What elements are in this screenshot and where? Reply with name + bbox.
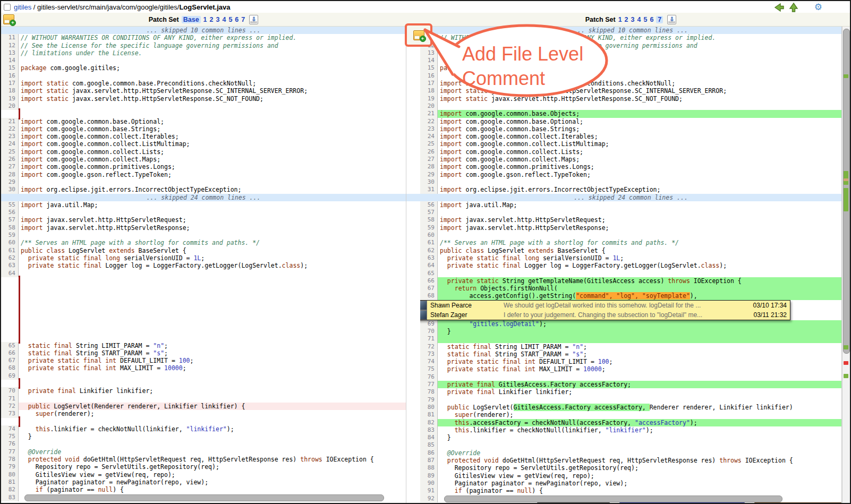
code-text[interactable]	[438, 102, 841, 110]
patch-set-link-4[interactable]: 4	[222, 16, 226, 23]
code-text[interactable]: static final String START_PARAM = "s";	[19, 349, 406, 357]
prev-file-arrow-icon[interactable]	[774, 3, 785, 12]
skipped-lines-banner[interactable]: ... skipped 24 common lines ...	[1, 194, 406, 201]
code-text[interactable]: super(renderer);	[438, 411, 841, 418]
add-file-comment-icon-right[interactable]	[413, 30, 424, 40]
code-text[interactable]: import com.google.common.base.Strings;	[19, 125, 406, 133]
code-text[interactable]	[438, 209, 841, 216]
patch-set-link-3[interactable]: 3	[216, 16, 220, 23]
code-text[interactable]: private final Linkifier linkifier;	[19, 387, 406, 395]
code-text[interactable]: GitilesView view = getView(req, repo);	[19, 471, 406, 479]
code-text[interactable]: // limitations under the License.	[438, 49, 841, 57]
patch-set-link-2[interactable]: 2	[210, 16, 214, 23]
code-text[interactable]: static final String LIMIT_PARAM = "n";	[438, 343, 841, 351]
code-text[interactable]: import javax.servlet.http.HttpServletRes…	[19, 224, 406, 232]
code-text[interactable]: private static final Logger log = Logger…	[438, 262, 841, 269]
horizontal-scrollbar-thumb[interactable]	[444, 496, 782, 502]
code-text[interactable]: import javax.servlet.http.HttpServletReq…	[438, 216, 841, 224]
code-text[interactable]: // WITHOUT WARRANTIES OR CONDITIONS OF A…	[19, 34, 406, 41]
code-text[interactable]: protected void doGetHtml(HttpServletRequ…	[19, 456, 406, 463]
code-text[interactable]: if (paginator == null) {	[19, 486, 406, 493]
file-select-checkbox[interactable]	[4, 4, 11, 11]
code-text[interactable]: }	[19, 433, 406, 440]
download-patch-icon[interactable]: ⇩	[249, 15, 258, 24]
code-text[interactable]	[438, 72, 841, 80]
code-text[interactable]: private static final int MAX_LIMIT = 100…	[438, 365, 841, 373]
patch-set-link-4[interactable]: 4	[637, 16, 641, 23]
inline-comment-thread[interactable]: Shawn PearceWe should get logDetail work…	[420, 300, 790, 320]
code-text[interactable]: GitilesView view = getView(req, repo);	[438, 472, 841, 480]
code-text[interactable]	[438, 373, 841, 381]
code-text[interactable]: import org.eclipse.jgit.errors.Incorrect…	[19, 186, 406, 193]
code-text[interactable]: import static com.google.common.base.Pre…	[438, 80, 841, 87]
code-text[interactable]: private static final int DEFAULT_LIMIT =…	[438, 358, 841, 365]
code-text[interactable]	[438, 270, 841, 277]
code-text[interactable]: private static final long serialVersionU…	[19, 254, 406, 262]
code-text[interactable]: import static javax.servlet.http.HttpSer…	[19, 87, 406, 95]
code-text[interactable]	[438, 335, 841, 343]
patch-set-link-1[interactable]: 1	[203, 16, 207, 23]
code-text[interactable]: private final Linkifier linkifier;	[438, 388, 841, 396]
code-text[interactable]: @Override	[438, 449, 841, 457]
up-to-change-arrow-icon[interactable]	[789, 2, 798, 13]
code-text[interactable]: private static String getTemplateName(Gi…	[438, 277, 841, 285]
code-text[interactable]	[438, 178, 841, 186]
code-text[interactable]	[438, 57, 841, 64]
code-text[interactable]: public class LogServlet extends BaseServ…	[19, 247, 406, 254]
skipped-lines-banner[interactable]: ... skipped 10 common lines ...	[1, 27, 406, 34]
code-text[interactable]: import com.google.common.collect.Iterabl…	[19, 133, 406, 140]
code-text[interactable]: package com.google.gitiles;	[19, 64, 406, 72]
settings-gear-icon[interactable]: ⚙	[814, 3, 822, 12]
breadcrumb-repo-link[interactable]: gitiles	[14, 3, 31, 11]
code-text[interactable]	[19, 232, 406, 239]
patch-set-link-2[interactable]: 2	[625, 16, 628, 23]
code-text[interactable]: super(renderer);	[19, 410, 406, 417]
patch-set-link-7[interactable]: 7	[241, 16, 245, 23]
code-text[interactable]: import com.google.common.collect.Lists;	[19, 148, 406, 156]
code-text[interactable]	[19, 440, 406, 448]
code-text[interactable]: import com.google.common.primitives.Long…	[19, 163, 406, 170]
code-text[interactable]: import com.google.common.base.Objects;	[438, 110, 841, 117]
patch-set-link-5[interactable]: 5	[643, 16, 647, 23]
code-text[interactable]: }	[438, 328, 841, 335]
code-text[interactable]: import static javax.servlet.http.HttpSer…	[438, 95, 841, 102]
code-text[interactable]	[438, 441, 841, 449]
code-text[interactable]: this.linkifier = checkNotNull(linkifier,…	[438, 426, 841, 434]
code-text[interactable]: this.linkifier = checkNotNull(linkifier,…	[19, 425, 406, 433]
code-text[interactable]: import com.google.gson.reflect.TypeToken…	[438, 171, 841, 178]
code-text[interactable]	[19, 395, 406, 403]
code-text[interactable]: // See the License for the specific lang…	[19, 42, 406, 49]
code-text[interactable]: if (paginator == null) {	[438, 487, 841, 494]
code-text[interactable]: // limitations under the License.	[19, 49, 406, 57]
code-text[interactable]: import com.google.common.base.Optional;	[438, 118, 841, 125]
code-text[interactable]: Paginator paginator = newPaginator(repo,…	[19, 479, 406, 486]
code-text[interactable]: private static final int MAX_LIMIT = 100…	[19, 364, 406, 372]
code-text[interactable]	[438, 396, 841, 404]
code-text[interactable]: import com.google.common.collect.ListMul…	[19, 140, 406, 148]
code-text[interactable]: import static javax.servlet.http.HttpSer…	[438, 87, 841, 95]
code-text[interactable]	[19, 72, 406, 80]
code-text[interactable]: import com.google.gson.reflect.TypeToken…	[19, 171, 406, 178]
code-text[interactable]: static final String LIMIT_PARAM = "n";	[19, 342, 406, 349]
add-file-comment-icon-left[interactable]	[3, 14, 14, 24]
comment-row[interactable]: Stefan ZagerI defer to your judgement. C…	[420, 310, 790, 320]
skipped-lines-banner[interactable]: ... skipped 10 common lines ...	[420, 27, 841, 34]
patch-set-link-7[interactable]: 7	[656, 16, 663, 23]
code-text[interactable]	[19, 372, 406, 380]
code-text[interactable]: import static javax.servlet.http.HttpSer…	[19, 95, 406, 102]
code-text[interactable]: import static com.google.common.base.Pre…	[19, 80, 406, 87]
code-text[interactable]: import com.google.common.primitives.Long…	[438, 163, 841, 170]
code-text[interactable]: import java.util.Map;	[19, 201, 406, 209]
code-text[interactable]: import com.google.common.base.Optional;	[19, 118, 406, 125]
code-text[interactable]: private static final Logger log = Logger…	[19, 262, 406, 269]
code-text[interactable]: @Override	[19, 448, 406, 456]
code-text[interactable]: }	[438, 434, 841, 441]
code-text[interactable]: return Objects.firstNonNull(	[438, 285, 841, 292]
code-text[interactable]: public LogServlet(GitilesAccess.Factory …	[438, 404, 841, 411]
code-text[interactable]	[19, 57, 406, 64]
code-text[interactable]: import com.google.common.collect.Maps;	[19, 156, 406, 163]
patch-set-base-link[interactable]: Base	[182, 16, 201, 23]
patch-set-link-5[interactable]: 5	[228, 16, 232, 23]
code-text[interactable]: import com.google.common.collect.ListMul…	[438, 140, 841, 148]
horizontal-scrollbar-thumb[interactable]	[24, 494, 384, 501]
